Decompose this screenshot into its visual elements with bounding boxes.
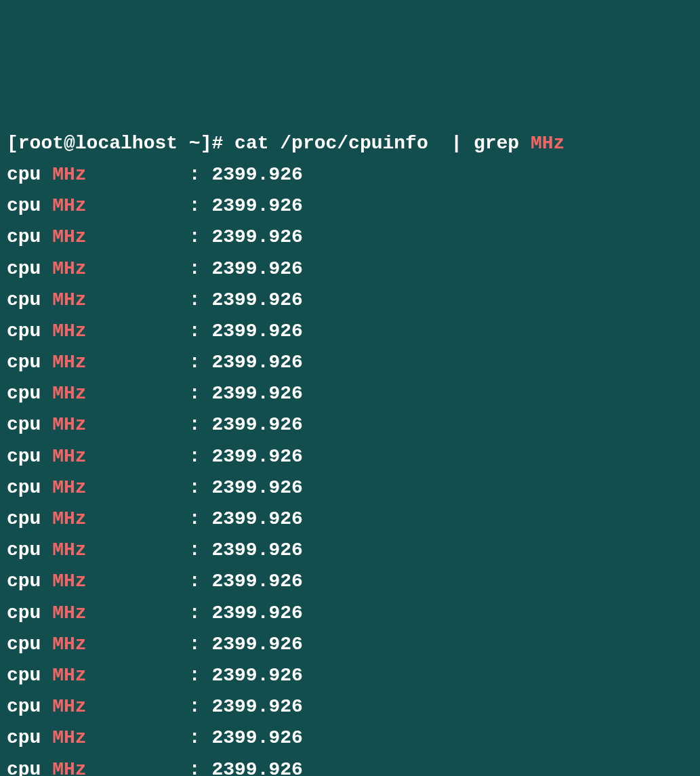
field-prefix: cpu xyxy=(7,164,52,185)
field-value: 2399.926 xyxy=(211,696,302,717)
field-separator: : xyxy=(87,383,212,404)
field-prefix: cpu xyxy=(7,634,52,655)
shell-prompt-line[interactable]: [root@localhost ~]# cat /proc/cpuinfo | … xyxy=(7,128,693,159)
field-prefix: cpu xyxy=(7,571,52,592)
field-value: 2399.926 xyxy=(211,571,302,592)
grep-match: MHz xyxy=(52,665,86,686)
command-output: cpu MHz : 2399.926cpu MHz : 2399.926cpu … xyxy=(7,159,693,776)
field-prefix: cpu xyxy=(7,383,52,404)
grep-match: MHz xyxy=(52,696,86,717)
field-value: 2399.926 xyxy=(211,258,302,279)
output-row: cpu MHz : 2399.926 xyxy=(7,316,693,347)
output-row: cpu MHz : 2399.926 xyxy=(7,629,693,660)
field-prefix: cpu xyxy=(7,258,52,279)
field-separator: : xyxy=(87,665,212,686)
output-row: cpu MHz : 2399.926 xyxy=(7,754,693,777)
grep-match: MHz xyxy=(52,477,86,498)
field-separator: : xyxy=(87,195,212,216)
field-prefix: cpu xyxy=(7,727,52,748)
field-separator: : xyxy=(87,759,212,777)
field-separator: : xyxy=(87,696,212,717)
output-row: cpu MHz : 2399.926 xyxy=(7,660,693,691)
field-value: 2399.926 xyxy=(211,414,302,435)
output-row: cpu MHz : 2399.926 xyxy=(7,691,693,722)
grep-match: MHz xyxy=(52,383,86,404)
field-value: 2399.926 xyxy=(211,634,302,655)
field-prefix: cpu xyxy=(7,539,52,560)
field-value: 2399.926 xyxy=(211,164,302,185)
field-value: 2399.926 xyxy=(211,508,302,529)
field-separator: : xyxy=(87,226,212,247)
field-value: 2399.926 xyxy=(211,665,302,686)
field-prefix: cpu xyxy=(7,477,52,498)
output-row: cpu MHz : 2399.926 xyxy=(7,347,693,378)
field-prefix: cpu xyxy=(7,603,52,624)
field-value: 2399.926 xyxy=(211,195,302,216)
field-prefix: cpu xyxy=(7,352,52,373)
output-row: cpu MHz : 2399.926 xyxy=(7,378,693,409)
field-separator: : xyxy=(87,258,212,279)
field-separator: : xyxy=(87,603,212,624)
grep-match: MHz xyxy=(52,164,86,185)
field-value: 2399.926 xyxy=(211,727,302,748)
field-separator: : xyxy=(87,446,212,467)
output-row: cpu MHz : 2399.926 xyxy=(7,222,693,253)
output-row: cpu MHz : 2399.926 xyxy=(7,285,693,316)
output-row: cpu MHz : 2399.926 xyxy=(7,472,693,504)
grep-match: MHz xyxy=(52,195,86,216)
field-separator: : xyxy=(87,477,212,498)
grep-match: MHz xyxy=(52,414,86,435)
grep-match: MHz xyxy=(52,226,86,247)
grep-match: MHz xyxy=(52,759,86,777)
grep-match: MHz xyxy=(52,289,86,310)
output-row: cpu MHz : 2399.926 xyxy=(7,409,693,441)
field-value: 2399.926 xyxy=(211,477,302,498)
output-row: cpu MHz : 2399.926 xyxy=(7,190,693,222)
field-value: 2399.926 xyxy=(211,289,302,310)
grep-match: MHz xyxy=(52,603,86,624)
grep-match: MHz xyxy=(52,571,86,592)
grep-match: MHz xyxy=(52,539,86,560)
grep-match: MHz xyxy=(52,508,86,529)
field-prefix: cpu xyxy=(7,759,52,777)
field-separator: : xyxy=(87,164,212,185)
shell-prompt-userhost: [root@localhost ~]# xyxy=(7,133,223,154)
field-separator: : xyxy=(87,289,212,310)
field-value: 2399.926 xyxy=(211,383,302,404)
field-separator: : xyxy=(87,321,212,342)
field-value: 2399.926 xyxy=(211,539,302,560)
output-row: cpu MHz : 2399.926 xyxy=(7,504,693,535)
grep-match: MHz xyxy=(52,258,86,279)
output-row: cpu MHz : 2399.926 xyxy=(7,159,693,190)
field-prefix: cpu xyxy=(7,289,52,310)
field-value: 2399.926 xyxy=(211,352,302,373)
field-separator: : xyxy=(87,571,212,592)
output-row: cpu MHz : 2399.926 xyxy=(7,566,693,597)
grep-match: MHz xyxy=(52,446,86,467)
field-prefix: cpu xyxy=(7,226,52,247)
field-separator: : xyxy=(87,414,212,435)
grep-match: MHz xyxy=(52,727,86,748)
output-row: cpu MHz : 2399.926 xyxy=(7,253,693,285)
field-prefix: cpu xyxy=(7,446,52,467)
output-row: cpu MHz : 2399.926 xyxy=(7,535,693,566)
shell-command: cat /proc/cpuinfo | grep xyxy=(234,133,519,154)
output-row: cpu MHz : 2399.926 xyxy=(7,441,693,472)
grep-match: MHz xyxy=(52,321,86,342)
grep-match: MHz xyxy=(52,634,86,655)
field-value: 2399.926 xyxy=(211,321,302,342)
output-row: cpu MHz : 2399.926 xyxy=(7,598,693,629)
field-prefix: cpu xyxy=(7,508,52,529)
field-prefix: cpu xyxy=(7,665,52,686)
field-separator: : xyxy=(87,508,212,529)
grep-match: MHz xyxy=(52,352,86,373)
field-separator: : xyxy=(87,352,212,373)
field-prefix: cpu xyxy=(7,414,52,435)
field-value: 2399.926 xyxy=(211,226,302,247)
field-prefix: cpu xyxy=(7,321,52,342)
field-value: 2399.926 xyxy=(211,759,302,777)
field-separator: : xyxy=(87,539,212,560)
field-separator: : xyxy=(87,634,212,655)
field-value: 2399.926 xyxy=(211,603,302,624)
field-value: 2399.926 xyxy=(211,446,302,467)
